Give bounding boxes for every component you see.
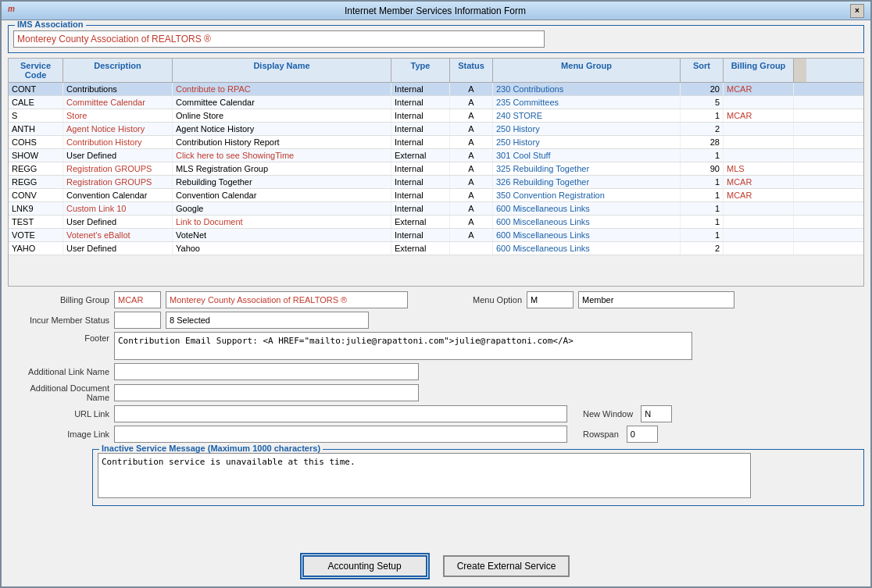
menu-option-name-input[interactable] xyxy=(578,291,734,308)
table-row[interactable]: VOTE Votenet's eBallot VoteNet Internal … xyxy=(9,229,863,242)
cell-code: COHS xyxy=(9,136,63,148)
cell-type: External xyxy=(391,242,450,255)
additional-doc-input[interactable] xyxy=(114,384,419,401)
close-button[interactable]: × xyxy=(850,4,864,18)
cell-sort: 28 xyxy=(681,136,724,148)
cell-type: Internal xyxy=(391,189,450,201)
image-link-label: Image Link xyxy=(8,429,109,439)
cell-billing xyxy=(724,136,794,148)
cell-status: A xyxy=(450,109,493,122)
ims-association-input[interactable] xyxy=(13,30,545,48)
cell-type: Internal xyxy=(391,96,450,109)
table-row[interactable]: S Store Online Store Internal A 240 STOR… xyxy=(9,109,863,123)
inactive-group-label: Inactive Service Message (Maximum 1000 c… xyxy=(99,444,323,453)
menu-option-code-input[interactable] xyxy=(527,291,574,308)
billing-code-input[interactable] xyxy=(114,291,161,308)
cell-menu: 600 Miscellaneous Links xyxy=(493,216,681,228)
table-row[interactable]: LNK9 Custom Link 10 Google Internal A 60… xyxy=(9,202,863,216)
table-row[interactable]: TEST User Defined Link to Document Exter… xyxy=(9,216,863,229)
create-external-button[interactable]: Create External Service xyxy=(443,555,570,577)
grid-header: Service Code Description Display Name Ty… xyxy=(9,59,863,83)
url-link-input[interactable] xyxy=(114,405,567,422)
cell-display: Rebuilding Together xyxy=(173,176,391,188)
table-row[interactable]: CONT Contributions Contribute to RPAC In… xyxy=(9,83,863,96)
additional-link-label: Additional Link Name xyxy=(8,367,109,376)
cell-menu: 600 Miscellaneous Links xyxy=(493,202,681,215)
cell-status: A xyxy=(450,96,493,109)
cell-description: Agent Notice History xyxy=(63,123,173,135)
cell-description: User Defined xyxy=(63,242,173,255)
cell-billing xyxy=(724,123,794,135)
additional-doc-row: Additional Document Name xyxy=(8,383,864,402)
cell-status xyxy=(450,242,493,255)
col-service-code: Service Code xyxy=(9,59,63,82)
table-row[interactable]: REGG Registration GROUPS Rebuilding Toge… xyxy=(9,176,863,189)
rowspan-input[interactable] xyxy=(627,426,658,443)
cell-code: CONT xyxy=(9,83,63,95)
cell-description: Custom Link 10 xyxy=(63,202,173,215)
table-row[interactable]: CALE Committee Calendar Committee Calend… xyxy=(9,96,863,109)
button-row: Accounting Setup Create External Service xyxy=(8,549,864,582)
cell-description: Registration GROUPS xyxy=(63,176,173,188)
cell-billing: MCAR xyxy=(724,189,794,201)
main-content: IMS Association Service Code Description… xyxy=(2,20,870,586)
accounting-setup-button[interactable]: Accounting Setup xyxy=(302,555,427,577)
cell-code: LNK9 xyxy=(9,202,63,215)
title-bar: m Internet Member Services Information F… xyxy=(2,2,870,20)
cell-code: ANTH xyxy=(9,123,63,135)
cell-billing xyxy=(724,229,794,241)
table-row[interactable]: CONV Convention Calendar Convention Cale… xyxy=(9,189,863,202)
billing-group-row: Billing Group Menu Option xyxy=(8,291,864,308)
table-row[interactable]: ANTH Agent Notice History Agent Notice H… xyxy=(9,123,863,136)
cell-display: Click here to see ShowingTime xyxy=(173,149,391,162)
cell-billing: MCAR xyxy=(724,176,794,188)
cell-type: Internal xyxy=(391,162,450,175)
table-row[interactable]: SHOW User Defined Click here to see Show… xyxy=(9,149,863,162)
cell-type: Internal xyxy=(391,83,450,95)
cell-code: VOTE xyxy=(9,229,63,241)
table-row[interactable]: REGG Registration GROUPS MLS Registratio… xyxy=(9,162,863,176)
table-row[interactable]: COHS Contribution History Contribution H… xyxy=(9,136,863,149)
cell-display: Google xyxy=(173,202,391,215)
billing-name-input[interactable] xyxy=(166,291,408,308)
image-link-input[interactable] xyxy=(114,426,567,443)
footer-textarea[interactable] xyxy=(114,332,692,360)
cell-display: Link to Document xyxy=(173,216,391,228)
cell-description: Registration GROUPS xyxy=(63,162,173,175)
cell-type: Internal xyxy=(391,123,450,135)
cell-sort: 1 xyxy=(681,189,724,201)
form-section: Billing Group Menu Option Incur Member S… xyxy=(8,291,864,549)
cell-status: A xyxy=(450,229,493,241)
grid-body[interactable]: CONT Contributions Contribute to RPAC In… xyxy=(9,83,863,286)
cell-code: REGG xyxy=(9,162,63,175)
cell-display: MLS Registration Group xyxy=(173,162,391,175)
cell-code: S xyxy=(9,109,63,122)
cell-type: Internal xyxy=(391,136,450,148)
col-sort: Sort xyxy=(681,59,724,82)
footer-row: Footer xyxy=(8,332,864,360)
cell-status: A xyxy=(450,162,493,175)
cell-code: YAHO xyxy=(9,242,63,255)
cell-sort: 20 xyxy=(681,83,724,95)
cell-type: Internal xyxy=(391,229,450,241)
additional-link-input[interactable] xyxy=(114,363,419,380)
cell-status: A xyxy=(450,189,493,201)
cell-sort: 5 xyxy=(681,96,724,109)
ims-group-label: IMS Association xyxy=(15,20,86,29)
table-row[interactable]: YAHO User Defined Yahoo External 600 Mis… xyxy=(9,242,863,255)
cell-billing xyxy=(724,202,794,215)
inactive-message-textarea[interactable] xyxy=(98,453,751,498)
cell-billing: MCAR xyxy=(724,83,794,95)
cell-display: Yahoo xyxy=(173,242,391,255)
incur-member-status-input[interactable] xyxy=(166,312,369,329)
cell-menu: 230 Contributions xyxy=(493,83,681,95)
incur-member-code-input[interactable] xyxy=(114,312,161,329)
cell-code: TEST xyxy=(9,216,63,228)
cell-status: A xyxy=(450,176,493,188)
new-window-input[interactable] xyxy=(641,405,672,422)
cell-type: Internal xyxy=(391,202,450,215)
cell-status: A xyxy=(450,123,493,135)
cell-menu: 600 Miscellaneous Links xyxy=(493,229,681,241)
col-description: Description xyxy=(63,59,173,82)
cell-type: External xyxy=(391,216,450,228)
